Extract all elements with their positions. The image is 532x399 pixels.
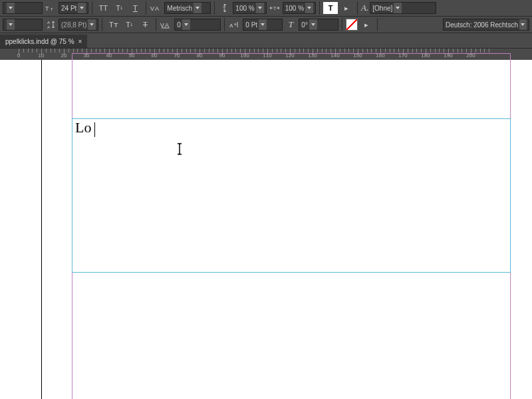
svg-text:T: T xyxy=(45,5,49,12)
kerning-icon: VA xyxy=(150,2,163,14)
control-panel: TT 24 Pt TT T1 T VA Metrisch T 100 % T 1… xyxy=(0,0,532,33)
leading-icon: AA xyxy=(44,19,57,31)
tracking-field[interactable]: 0 xyxy=(174,19,221,31)
superscript-icon[interactable]: T1 xyxy=(112,2,126,14)
fill-text-icon[interactable]: T xyxy=(323,2,338,14)
font-size-value: 24 Pt xyxy=(61,5,76,12)
hscale-value: 100 % xyxy=(285,5,304,12)
kerning-value: Metrisch xyxy=(167,5,192,12)
close-tab-icon[interactable]: × xyxy=(78,38,82,45)
strikethrough-icon[interactable]: T xyxy=(138,19,152,31)
font-size-field[interactable]: 24 Pt xyxy=(59,2,88,14)
skew-field[interactable]: 0° xyxy=(299,19,338,31)
small-caps-icon[interactable]: Tᴛ xyxy=(106,19,120,31)
font-family-dropdown[interactable] xyxy=(3,2,43,14)
document-canvas[interactable]: Lo xyxy=(0,60,532,399)
all-caps-icon[interactable]: TT xyxy=(96,2,110,14)
font-style-dropdown[interactable] xyxy=(3,19,43,31)
svg-text:A: A xyxy=(155,5,159,12)
vscale-icon: T xyxy=(218,2,231,14)
char-style-dropdown[interactable]: [Ohne] xyxy=(370,2,436,14)
toolbar-row-2: AA (28,8 Pt) Tᴛ T1 T VA 0 Aa 0 Pt T 0° ▸… xyxy=(0,17,532,33)
underline-icon[interactable]: T xyxy=(128,2,142,14)
baseline-icon: Aa xyxy=(228,19,241,31)
svg-text:A: A xyxy=(47,25,50,29)
baseline-value: 0 Pt xyxy=(245,21,257,29)
kerning-field[interactable]: Metrisch xyxy=(164,2,211,14)
document-text[interactable]: Lo xyxy=(72,118,94,137)
language-value: Deutsch: 2006 Rechtsch... xyxy=(446,21,518,29)
char-style-label: A. xyxy=(361,3,368,13)
char-style-value: [Ohne] xyxy=(372,5,392,12)
fill-arrow-icon[interactable]: ▸ xyxy=(339,2,354,14)
svg-text:T: T xyxy=(223,6,226,11)
tracking-value: 0 xyxy=(177,21,181,29)
subscript-icon[interactable]: T1 xyxy=(122,19,136,31)
text-caret xyxy=(94,122,95,137)
tracking-icon: VA xyxy=(160,19,173,31)
page-spine xyxy=(41,60,42,399)
tab-title: ppelklicks.indd @ 75 % xyxy=(5,38,74,45)
ruler-mark: 10 xyxy=(39,53,45,59)
svg-text:V: V xyxy=(150,5,154,12)
document-tab-bar: ppelklicks.indd @ 75 % × xyxy=(0,33,532,48)
svg-text:A: A xyxy=(229,23,233,29)
skew-icon: T xyxy=(284,19,297,31)
text-frame[interactable]: Lo xyxy=(72,118,511,273)
baseline-field[interactable]: 0 Pt xyxy=(243,19,283,31)
document-tab[interactable]: ppelklicks.indd @ 75 % × xyxy=(0,35,87,48)
font-size-icon: TT xyxy=(44,2,57,14)
leading-value: (28,8 Pt) xyxy=(61,21,86,29)
svg-text:A: A xyxy=(47,21,50,25)
ruler-mark: 0 xyxy=(17,53,20,59)
svg-text:a: a xyxy=(234,22,237,26)
hscale-icon: T xyxy=(268,2,281,14)
language-dropdown[interactable]: Deutsch: 2006 Rechtsch... xyxy=(443,19,529,31)
vscale-field[interactable]: 100 % xyxy=(233,2,266,14)
text-frame-2[interactable] xyxy=(72,273,511,399)
toolbar-row-1: TT 24 Pt TT T1 T VA Metrisch T 100 % T 1… xyxy=(0,0,532,17)
stroke-arrow-icon[interactable]: ▸ xyxy=(359,19,374,31)
vscale-value: 100 % xyxy=(235,5,254,12)
stroke-swatch[interactable] xyxy=(346,19,358,31)
svg-text:T: T xyxy=(51,7,53,11)
ruler-mark: 20 xyxy=(61,53,67,59)
hscale-field[interactable]: 100 % xyxy=(283,2,316,14)
skew-value: 0° xyxy=(301,21,308,29)
leading-field[interactable]: (28,8 Pt) xyxy=(59,19,98,31)
svg-text:T: T xyxy=(273,6,277,11)
